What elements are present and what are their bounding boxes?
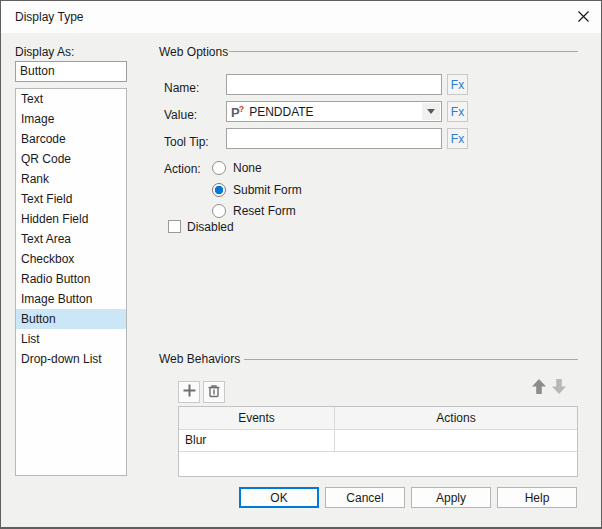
action-radio-row[interactable]: Reset Form xyxy=(212,203,296,219)
display-as-option[interactable]: QR Code xyxy=(16,149,126,169)
dialog-title: Display Type xyxy=(15,1,83,33)
radio-none[interactable] xyxy=(212,161,226,175)
value-combobox-text: PENDDATE xyxy=(249,105,422,119)
web-options-title: Web Options xyxy=(159,45,228,59)
display-as-label: Display As: xyxy=(15,45,74,59)
combo-dropdown-arrow-icon[interactable] xyxy=(422,103,440,120)
display-type-dialog: Display Type Display As: Button Text Ima… xyxy=(0,0,602,529)
titlebar: Display Type xyxy=(1,1,601,33)
add-behavior-button[interactable] xyxy=(178,381,200,403)
event-cell[interactable]: Blur xyxy=(179,430,335,451)
cancel-button[interactable]: Cancel xyxy=(325,487,405,508)
web-behaviors-title: Web Behaviors xyxy=(159,352,240,366)
radio-submit-form-label: Submit Form xyxy=(233,183,302,197)
name-label: Name: xyxy=(164,81,199,95)
actions-column-header: Actions xyxy=(335,407,577,429)
display-as-option[interactable]: Image xyxy=(16,109,126,129)
move-up-button[interactable] xyxy=(530,378,548,398)
disabled-checkbox[interactable] xyxy=(168,220,181,233)
disabled-checkbox-row[interactable]: Disabled xyxy=(168,219,234,234)
behaviors-table: Events Actions Blur xyxy=(178,406,578,477)
display-as-option[interactable]: Checkbox xyxy=(16,249,126,269)
tooltip-fx-button[interactable]: Fx xyxy=(447,128,468,149)
help-button[interactable]: Help xyxy=(497,487,577,508)
display-as-option[interactable]: List xyxy=(16,329,126,349)
display-as-option[interactable]: Rank xyxy=(16,169,126,189)
events-column-header: Events xyxy=(179,407,335,429)
action-label: Action: xyxy=(164,162,201,176)
close-button[interactable] xyxy=(573,8,593,28)
name-input[interactable] xyxy=(226,74,442,95)
display-as-option[interactable]: Text Area xyxy=(16,229,126,249)
display-as-option[interactable]: Image Button xyxy=(16,289,126,309)
display-as-option[interactable]: Drop-down List xyxy=(16,349,126,369)
parameter-icon: P? xyxy=(231,105,244,119)
value-combobox[interactable]: P? PENDDATE xyxy=(226,101,442,122)
display-as-option[interactable]: Radio Button xyxy=(16,269,126,289)
display-as-option[interactable]: Hidden Field xyxy=(16,209,126,229)
display-as-field[interactable]: Button xyxy=(15,61,127,82)
value-label: Value: xyxy=(164,108,197,122)
delete-behavior-button[interactable] xyxy=(203,381,225,403)
display-as-option[interactable]: Button xyxy=(16,309,126,329)
web-options-divider xyxy=(229,51,578,52)
action-radio-row[interactable]: None xyxy=(212,160,262,176)
trash-icon xyxy=(206,383,222,402)
disabled-checkbox-label: Disabled xyxy=(187,220,234,234)
move-down-button[interactable] xyxy=(550,378,568,398)
action-cell[interactable] xyxy=(335,430,577,451)
behaviors-table-header: Events Actions xyxy=(179,407,577,430)
name-fx-button[interactable]: Fx xyxy=(447,74,468,95)
display-as-option[interactable]: Barcode xyxy=(16,129,126,149)
radio-none-label: None xyxy=(233,161,262,175)
tooltip-label: Tool Tip: xyxy=(164,135,209,149)
apply-button[interactable]: Apply xyxy=(411,487,491,508)
arrow-up-icon xyxy=(531,378,547,398)
radio-reset-form[interactable] xyxy=(212,204,226,218)
table-row[interactable]: Blur xyxy=(179,430,577,452)
display-as-listbox: Text Image Barcode QR Code Rank Text Fie… xyxy=(15,88,127,476)
display-as-option[interactable]: Text xyxy=(16,89,126,109)
arrow-down-icon xyxy=(551,378,567,398)
display-as-option[interactable]: Text Field xyxy=(16,189,126,209)
web-behaviors-divider xyxy=(244,359,578,360)
radio-submit-form[interactable] xyxy=(212,183,226,197)
ok-button[interactable]: OK xyxy=(239,487,319,508)
tooltip-input[interactable] xyxy=(226,128,442,149)
plus-icon xyxy=(182,383,197,401)
close-icon xyxy=(577,10,590,26)
value-fx-button[interactable]: Fx xyxy=(447,101,468,122)
action-radio-row[interactable]: Submit Form xyxy=(212,182,302,198)
radio-reset-form-label: Reset Form xyxy=(233,204,296,218)
